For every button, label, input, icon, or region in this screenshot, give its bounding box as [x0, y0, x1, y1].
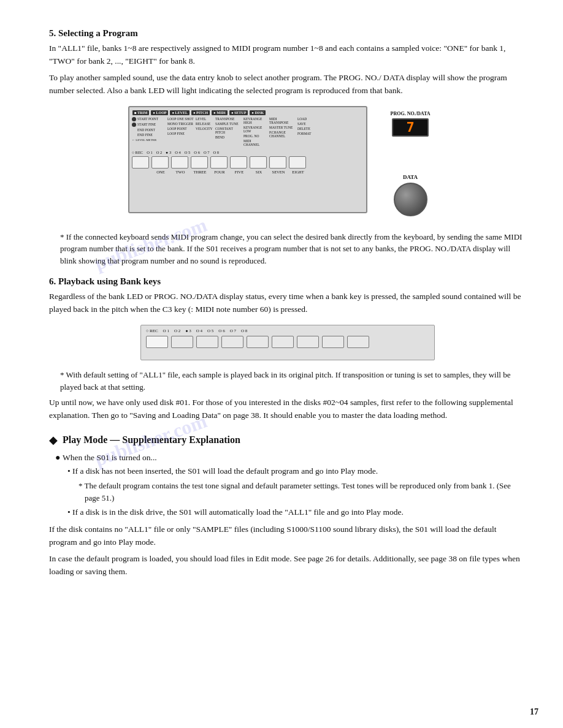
device-diagram-container: ■ TRIM ● LOOP ● LEVEL ● PITCH ● MIDI ● S…: [49, 106, 526, 222]
data-knob-label: DATA: [403, 174, 418, 180]
prog-display-number: 7: [406, 119, 414, 135]
trim-btn[interactable]: ■ TRIM: [132, 110, 149, 115]
mini-key-4[interactable]: [247, 336, 269, 348]
prog-no-label: PROG. NO./DATA: [373, 111, 447, 116]
mini-key-rec[interactable]: [146, 336, 168, 348]
mini-key-8[interactable]: [347, 336, 369, 348]
play-mode-section: ◆ Play Mode — Supplementary Explanation: [49, 433, 526, 447]
section6-heading: 6. Playback using Bank keys: [49, 276, 526, 287]
setup-btn[interactable]: ● SETUP: [229, 110, 248, 115]
pitch-btn[interactable]: ● PITCH: [191, 110, 210, 115]
mini-key-6[interactable]: [297, 336, 319, 348]
section5-heading: 5. Selecting a Program: [49, 28, 526, 39]
play-mode-para2: In case the default program is loaded, y…: [49, 553, 526, 578]
section6-para2: Up until now, we have only used disk #01…: [49, 396, 526, 422]
mini-key-3[interactable]: [221, 336, 243, 348]
section5: 5. Selecting a Program In "ALL1" file, b…: [49, 28, 526, 97]
disk-btn[interactable]: ● DISK: [250, 110, 266, 115]
section5-note1: If the connected keyboard sends MIDI pro…: [60, 231, 526, 267]
loop-btn[interactable]: ● LOOP: [151, 110, 168, 115]
section5-para2: To play another sampled sound, use the d…: [49, 72, 526, 97]
section5-para1: In "ALL1" file, banks 1~8 are respective…: [49, 42, 526, 68]
level-btn[interactable]: ● LEVEL: [170, 110, 189, 115]
play-mode-sub-bullet1: The default program contains the test to…: [79, 480, 526, 504]
play-mode-bullet1: If a disk has not been inserted, the S01…: [67, 465, 526, 477]
mini-key-5[interactable]: [272, 336, 294, 348]
mini-key-7[interactable]: [322, 336, 344, 348]
small-diagram-container: ○ RECO 1O 2● 3O 4O 5O 6O 7O 8: [49, 325, 526, 360]
page-number: 17: [530, 707, 538, 717]
data-knob[interactable]: [394, 183, 427, 216]
section6: 6. Playback using Bank keys Regardless o…: [49, 276, 526, 316]
mini-key-2[interactable]: [196, 336, 218, 348]
section6-note2: With default setting of "ALL1" file, eac…: [60, 369, 526, 393]
diamond-icon: ◆: [49, 433, 58, 447]
when-heading: When the S01 is turned on...: [55, 453, 526, 463]
play-mode-para1: If the disk contains no "ALL1" file or o…: [49, 523, 526, 549]
mini-key-1[interactable]: [171, 336, 193, 348]
section6-para1: Regardless of the bank LED or PROG. NO./…: [49, 290, 526, 316]
play-mode-heading: Play Mode — Supplementary Explanation: [63, 434, 240, 446]
prog-display: 7: [392, 118, 429, 137]
page: publisher.com publisher.com 5. Selecting…: [0, 0, 563, 728]
midi-btn[interactable]: ● MIDI: [212, 110, 228, 115]
play-mode-bullet2: If a disk is in the disk drive, the S01 …: [67, 506, 526, 518]
